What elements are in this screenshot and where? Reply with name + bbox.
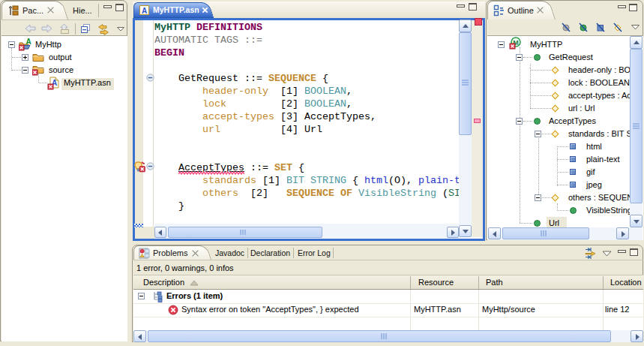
svg-text:A: A	[142, 7, 147, 15]
svg-text:A: A	[26, 38, 31, 46]
